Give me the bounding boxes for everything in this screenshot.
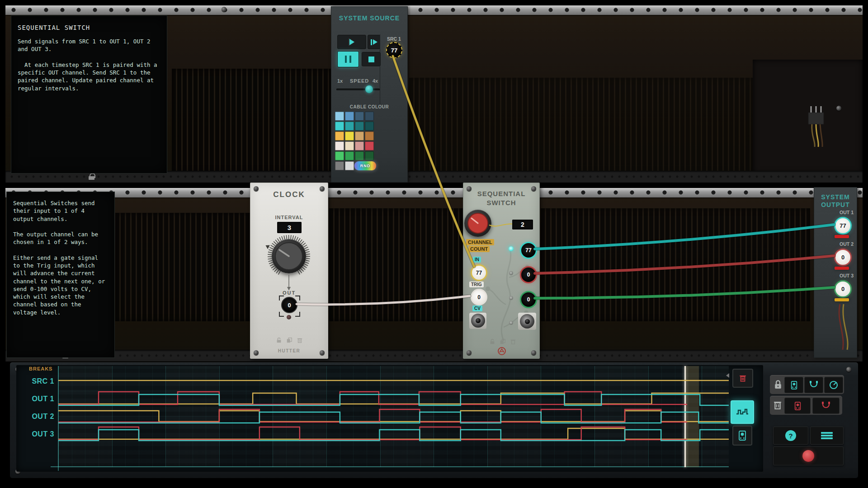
cable-colour-swatch[interactable] — [335, 151, 344, 160]
lock-icon[interactable] — [489, 338, 495, 345]
selection-corner — [295, 312, 300, 317]
menu-icon — [821, 431, 833, 441]
cable-colour-swatch[interactable] — [345, 131, 354, 141]
collapse-arrow-icon[interactable] — [726, 373, 729, 378]
cable-colour-swatch[interactable] — [365, 112, 374, 121]
cable-colour-swatch[interactable] — [335, 131, 344, 141]
blank-faceplate — [541, 208, 810, 321]
switch-out-jack-4[interactable] — [520, 314, 534, 328]
play-icon — [349, 39, 354, 45]
cable-colour-swatch[interactable] — [335, 112, 344, 121]
rack-row-middle — [5, 188, 863, 361]
speed-slider-track[interactable] — [336, 89, 380, 90]
stop-button[interactable] — [362, 52, 381, 66]
out1-indicator — [835, 235, 849, 238]
menu-button[interactable] — [810, 427, 844, 445]
cable-colour-swatch[interactable] — [335, 122, 344, 131]
blank-faceplate — [409, 78, 753, 174]
trash-icon[interactable] — [297, 337, 303, 343]
waveform-view-button[interactable] — [731, 400, 754, 424]
delete-module-button[interactable] — [784, 398, 811, 414]
rack-rail — [5, 5, 863, 15]
interval-label: INTERVAL — [250, 215, 328, 220]
cable-colour-swatch[interactable] — [335, 161, 344, 170]
selection-corner — [295, 296, 300, 300]
channel-count-knob[interactable] — [464, 210, 491, 237]
cable-colour-swatch[interactable] — [345, 122, 354, 131]
switch-out-jack-2[interactable]: 0 — [520, 266, 537, 283]
out2-input-jack[interactable]: 0 — [834, 249, 852, 266]
divider — [380, 34, 380, 107]
duplicate-icon[interactable] — [286, 337, 292, 343]
clock-out-value: 0 — [288, 302, 291, 309]
cable-colour-swatch[interactable] — [355, 131, 364, 141]
question-icon: ? — [785, 430, 796, 441]
lock-icon[interactable] — [276, 337, 282, 343]
tutorial-body: Send signals from SRC 1 to OUT 1, OUT 2 … — [18, 38, 160, 92]
flow-arrow-icon — [286, 275, 292, 291]
rack-rail — [5, 350, 863, 361]
system-source-title: SYSTEM SOURCE — [331, 14, 408, 22]
screw — [531, 350, 536, 355]
channel-count-value: 2 — [521, 221, 524, 228]
screw — [846, 367, 851, 372]
pause-button[interactable] — [337, 51, 359, 67]
timeline-axis-vertical — [58, 366, 59, 471]
cable-colour-swatch[interactable] — [355, 141, 364, 150]
play-button[interactable] — [337, 35, 366, 49]
interval-knob[interactable] — [272, 239, 306, 273]
out1-input-jack[interactable]: 77 — [834, 217, 852, 235]
cable-colour-swatch[interactable] — [355, 151, 364, 160]
timeline-grid[interactable] — [58, 366, 729, 467]
help-button[interactable]: ? — [773, 427, 808, 445]
clear-recording-button[interactable] — [732, 369, 753, 388]
cable-colour-swatch[interactable] — [355, 112, 364, 121]
cable-colour-swatch[interactable] — [335, 141, 344, 150]
timeline-axis-horizontal — [51, 466, 729, 467]
out3-indicator — [835, 298, 849, 301]
speed-slider-knob[interactable] — [365, 85, 373, 93]
clock-out-jack[interactable]: 0 — [281, 297, 297, 313]
cable-colour-swatch[interactable] — [365, 141, 374, 150]
cable-colour-swatch[interactable] — [345, 141, 354, 150]
scope-row-label-out3: OUT 3 — [18, 430, 54, 438]
lock-icon[interactable] — [89, 173, 95, 180]
random-colour-button[interactable]: RND — [354, 161, 376, 170]
out3-label: OUT 3 — [822, 273, 855, 278]
trig-jack[interactable]: 0 — [471, 289, 487, 305]
cable-colour-swatch[interactable] — [355, 122, 364, 131]
system-output-title-line2: OUTPUT — [814, 201, 857, 208]
module-view-button[interactable] — [732, 426, 752, 446]
cv-jack[interactable] — [471, 314, 485, 328]
switch-out-jack-3[interactable]: 0 — [520, 291, 537, 308]
record-button[interactable] — [773, 446, 844, 465]
lock-knob-button[interactable] — [824, 377, 843, 393]
switch-out-value-1: 77 — [525, 247, 531, 253]
src1-output-jack[interactable]: 77 — [386, 42, 402, 58]
channel-led-2 — [509, 271, 513, 275]
cable-colour-swatch[interactable] — [345, 151, 354, 160]
switch-out-jack-1[interactable]: 77 — [520, 242, 537, 259]
cable-colour-swatch[interactable] — [365, 122, 374, 131]
cable-colour-swatch[interactable] — [345, 112, 354, 121]
trash-icon[interactable] — [510, 338, 516, 345]
duplicate-icon[interactable] — [500, 338, 506, 345]
step-button[interactable] — [368, 35, 380, 49]
out3-input-jack[interactable]: 0 — [834, 280, 852, 298]
cable-colour-swatch[interactable] — [345, 161, 354, 170]
lock-module-button[interactable] — [784, 377, 803, 393]
tutorial-body: Sequential Switches send their input to … — [13, 199, 108, 316]
random-colour-label: RND — [360, 164, 371, 168]
tutorial-panel-primary: SEQUENTIAL SWITCH Send signals from SRC … — [11, 15, 167, 174]
module-icon — [791, 381, 797, 389]
channel-count-label-line2: COUNT — [468, 246, 490, 252]
cable-icon — [809, 380, 819, 389]
module-actions — [276, 337, 303, 343]
playhead[interactable] — [684, 366, 686, 467]
lock-cable-button[interactable] — [804, 377, 823, 393]
cable-colour-swatch[interactable] — [365, 151, 374, 160]
channel-led-1 — [509, 246, 514, 251]
delete-cable-button[interactable] — [812, 398, 840, 414]
switch-out-value-3: 0 — [527, 296, 530, 303]
cable-colour-swatch[interactable] — [365, 131, 374, 141]
